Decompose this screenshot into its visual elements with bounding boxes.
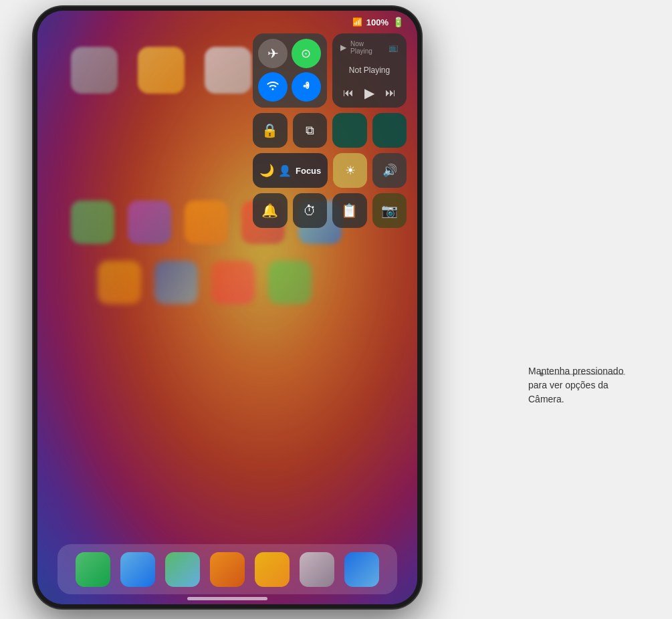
ipad-screen: 📶 100% 🔋 (37, 11, 417, 604)
mid-app-1[interactable] (71, 201, 114, 244)
lower-app-1[interactable] (98, 261, 141, 304)
camera-icon: 📷 (381, 203, 398, 219)
cc-now-playing[interactable]: ▶ Now Playing 📺 Not Playing ⏮ ▶ ⏭ (332, 33, 407, 108)
dock-app-4[interactable] (210, 552, 245, 587)
battery-percent: 100% (366, 17, 388, 27)
cc-row-3: 🌙 👤 Focus ☀ 🔊 (253, 153, 407, 188)
cc-connectivity-block[interactable]: ✈ ⊙ ⱏ (253, 33, 327, 108)
screen-lock-btn[interactable]: 🔒 (253, 113, 288, 148)
hotspot-btn[interactable]: ⊙ (292, 39, 321, 68)
np-controls[interactable]: ⏮ ▶ ⏭ (340, 85, 399, 101)
wifi-status-icon: 📶 (352, 17, 362, 27)
home-indicator (187, 597, 267, 600)
lower-app-3[interactable] (211, 261, 255, 304)
cc-teal-btn-1[interactable] (332, 113, 367, 148)
dock-app-6[interactable] (300, 552, 334, 587)
status-bar-right: 📶 100% 🔋 (352, 17, 404, 27)
timer-icon: ⏱ (303, 203, 316, 219)
lower-app-4[interactable] (268, 261, 312, 304)
brightness-btn[interactable]: ☀ (333, 153, 367, 188)
focus-label: Focus (296, 166, 321, 176)
camera-btn[interactable]: 📷 (372, 193, 407, 228)
airplay-btn[interactable]: 📺 (388, 43, 399, 52)
notes-icon: 📋 (341, 203, 358, 219)
app-icon-1[interactable] (71, 47, 118, 94)
silent-mode-btn[interactable]: 🔔 (253, 193, 288, 228)
hotspot-icon: ⊙ (301, 46, 311, 61)
forward-btn[interactable]: ⏭ (385, 87, 396, 99)
focus-btn[interactable]: 🌙 👤 Focus (253, 153, 328, 188)
timer-btn[interactable]: ⏱ (293, 193, 328, 228)
wifi-icon (265, 79, 280, 94)
rewind-btn[interactable]: ⏮ (343, 87, 354, 99)
bluetooth-btn[interactable]: ⱏ (292, 72, 321, 102)
airplay-icon: ▶ (340, 43, 346, 52)
mid-app-3[interactable] (185, 201, 228, 244)
cc-np-header: ▶ Now Playing 📺 (340, 40, 399, 55)
cc-row-4: 🔔 ⏱ 📋 📷 (253, 193, 407, 228)
control-center[interactable]: ✈ ⊙ ⱏ (253, 33, 407, 228)
lock-icon: 🔒 (261, 122, 278, 138)
airplane-icon: ✈ (267, 45, 279, 61)
brightness-icon: ☀ (345, 163, 356, 178)
battery-icon: 🔋 (393, 17, 404, 27)
bluetooth-icon: ⱏ (303, 80, 309, 94)
callout-text: Mantenha pressionado para ver opções da … (528, 364, 655, 406)
body-container: 📶 100% 🔋 (0, 0, 672, 619)
volume-btn[interactable]: 🔊 (372, 153, 407, 188)
mirror-icon: ⧉ (306, 124, 314, 138)
dock-app-1[interactable] (76, 552, 110, 587)
dock-app-5[interactable] (255, 552, 290, 587)
bell-icon: 🔔 (261, 203, 278, 219)
app-icon-2[interactable] (138, 47, 185, 94)
dock-app-7[interactable] (344, 552, 379, 587)
play-btn[interactable]: ▶ (364, 85, 374, 101)
cc-row-2: 🔒 ⧉ (253, 113, 407, 148)
airplane-mode-btn[interactable]: ✈ (258, 39, 288, 68)
ipad-frame: 📶 100% 🔋 (33, 7, 421, 608)
dock (58, 544, 397, 594)
screen-mirror-btn[interactable]: ⧉ (293, 113, 328, 148)
cc-teal-btn-2[interactable] (372, 113, 407, 148)
np-title: Not Playing (340, 66, 399, 75)
volume-icon: 🔊 (382, 163, 397, 178)
wifi-btn[interactable] (258, 72, 288, 102)
cc-row-1: ✈ ⊙ ⱏ (253, 33, 407, 108)
notes-btn[interactable]: 📋 (332, 193, 367, 228)
lower-app-2[interactable] (154, 261, 198, 304)
lower-app-row (58, 261, 397, 304)
np-header-label: Now Playing (350, 40, 384, 55)
dock-app-3[interactable] (165, 552, 200, 587)
person-icon: 👤 (278, 164, 292, 177)
moon-icon: 🌙 (259, 163, 274, 178)
dock-app-2[interactable] (120, 552, 155, 587)
mid-app-2[interactable] (128, 201, 171, 244)
app-icon-3[interactable] (205, 47, 251, 94)
status-bar: 📶 100% 🔋 (37, 11, 417, 33)
callout-annotation: Mantenha pressionado para ver opções da … (528, 364, 655, 406)
